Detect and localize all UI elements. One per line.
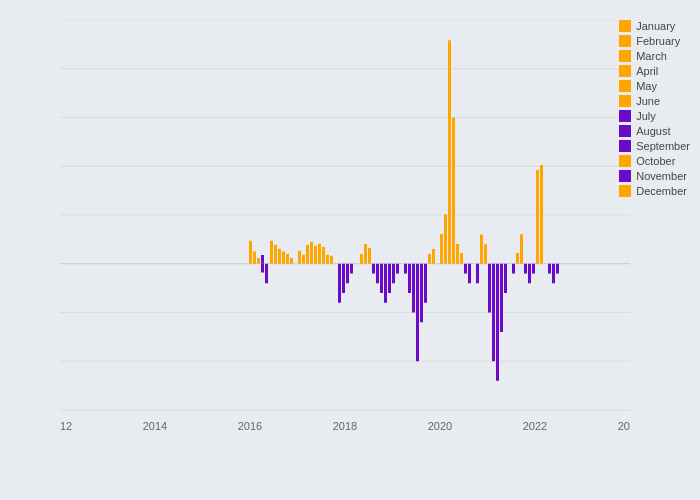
bar bbox=[540, 165, 543, 264]
bar bbox=[322, 247, 325, 264]
bar bbox=[372, 264, 375, 274]
x-label-2022: 2022 bbox=[523, 420, 547, 432]
bar bbox=[257, 258, 260, 264]
bar bbox=[346, 264, 349, 284]
bar bbox=[512, 264, 515, 274]
bar bbox=[520, 234, 523, 264]
bar bbox=[261, 264, 264, 273]
bar bbox=[412, 264, 415, 313]
legend-label-june: June bbox=[636, 95, 660, 107]
bar bbox=[376, 264, 379, 284]
bar bbox=[424, 264, 427, 303]
bar bbox=[416, 264, 419, 362]
bar bbox=[536, 170, 539, 264]
bar bbox=[338, 264, 341, 303]
legend-swatch-march bbox=[619, 50, 631, 62]
bar bbox=[364, 244, 367, 264]
legend-label-april: April bbox=[636, 65, 658, 77]
legend-item-october: October bbox=[619, 155, 690, 167]
chart-container: 25 20 15 10 5 0 −5 −10 −15 2012 2014 201… bbox=[0, 0, 700, 500]
bar bbox=[396, 264, 399, 274]
bar bbox=[476, 264, 479, 284]
legend-item-december: December bbox=[619, 185, 690, 197]
legend-swatch-april bbox=[619, 65, 631, 77]
bar bbox=[286, 254, 289, 264]
x-label-2018: 2018 bbox=[333, 420, 357, 432]
bar bbox=[456, 244, 459, 264]
legend-item-april: April bbox=[619, 65, 690, 77]
bar bbox=[384, 264, 387, 303]
legend-item-may: May bbox=[619, 80, 690, 92]
bar bbox=[290, 258, 293, 264]
bar bbox=[532, 264, 535, 274]
legend-item-march: March bbox=[619, 50, 690, 62]
bar bbox=[408, 264, 411, 293]
legend-label-september: September bbox=[636, 140, 690, 152]
bar bbox=[504, 264, 507, 293]
bar bbox=[326, 255, 329, 264]
legend-swatch-august bbox=[619, 125, 631, 137]
legend-item-november: November bbox=[619, 170, 690, 182]
bar bbox=[484, 244, 487, 264]
bar bbox=[318, 244, 321, 264]
bar bbox=[444, 214, 447, 264]
bar bbox=[392, 264, 395, 284]
bar bbox=[306, 245, 309, 264]
bar bbox=[302, 255, 305, 264]
bar bbox=[548, 264, 551, 274]
bar bbox=[270, 241, 273, 264]
main-chart: 25 20 15 10 5 0 −5 −10 −15 2012 2014 201… bbox=[60, 20, 630, 450]
bar bbox=[282, 252, 285, 264]
chart-legend: January February March April May June Ju… bbox=[619, 20, 690, 197]
bar bbox=[468, 264, 471, 284]
bar bbox=[342, 264, 345, 293]
bar bbox=[500, 264, 503, 332]
bar bbox=[388, 264, 391, 293]
x-label-2020: 2020 bbox=[428, 420, 452, 432]
legend-label-july: July bbox=[636, 110, 656, 122]
bar bbox=[420, 264, 423, 323]
bar bbox=[492, 264, 495, 362]
legend-swatch-june bbox=[619, 95, 631, 107]
x-label-2012: 2012 bbox=[60, 420, 72, 432]
legend-item-june: June bbox=[619, 95, 690, 107]
bar bbox=[380, 264, 383, 293]
legend-swatch-october bbox=[619, 155, 631, 167]
bar bbox=[452, 118, 455, 264]
bar bbox=[460, 253, 463, 264]
legend-label-may: May bbox=[636, 80, 657, 92]
bar bbox=[360, 254, 363, 264]
bar bbox=[278, 249, 281, 264]
legend-item-february: February bbox=[619, 35, 690, 47]
bar bbox=[528, 264, 531, 284]
bar bbox=[261, 255, 264, 264]
legend-label-march: March bbox=[636, 50, 667, 62]
legend-label-february: February bbox=[636, 35, 680, 47]
bar bbox=[448, 40, 451, 264]
bar bbox=[298, 251, 301, 264]
bar bbox=[464, 264, 467, 274]
bar bbox=[488, 264, 491, 313]
legend-item-july: July bbox=[619, 110, 690, 122]
legend-label-october: October bbox=[636, 155, 675, 167]
legend-label-november: November bbox=[636, 170, 687, 182]
legend-label-december: December bbox=[636, 185, 687, 197]
bar bbox=[350, 264, 353, 274]
bar bbox=[249, 241, 252, 264]
x-label-2014: 2014 bbox=[143, 420, 167, 432]
bar bbox=[432, 249, 435, 264]
legend-swatch-july bbox=[619, 110, 631, 122]
bar bbox=[552, 264, 555, 284]
bar bbox=[310, 242, 313, 264]
legend-label-january: January bbox=[636, 20, 675, 32]
bar bbox=[440, 234, 443, 264]
bar bbox=[404, 264, 407, 274]
legend-item-september: September bbox=[619, 140, 690, 152]
bar bbox=[556, 264, 559, 274]
bar bbox=[516, 253, 519, 264]
legend-swatch-september bbox=[619, 140, 631, 152]
bar bbox=[274, 245, 277, 264]
bar bbox=[330, 256, 333, 264]
legend-item-august: August bbox=[619, 125, 690, 137]
bar bbox=[480, 235, 483, 264]
